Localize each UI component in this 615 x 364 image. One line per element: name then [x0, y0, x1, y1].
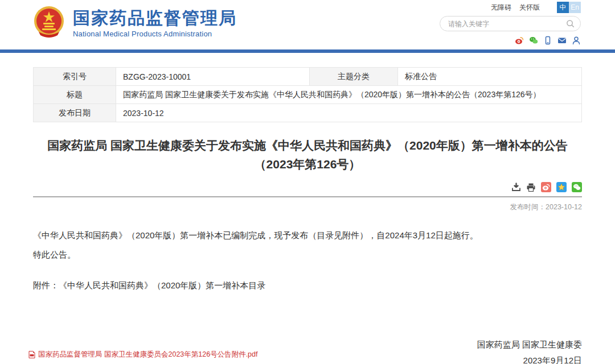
attachment-note: 附件：《中华人民共和国药典》（2020年版）第一增补本目录: [33, 278, 582, 293]
weibo-icon[interactable]: [515, 36, 524, 45]
site-subtitle: National Medical Products Administration: [73, 30, 237, 38]
pdf-icon: [28, 351, 35, 358]
document-info-table: 索引号 BZGG-2023-10001 主题分类 标准公告 标题 国家药监局 国…: [33, 67, 582, 122]
header-divider-bar: [0, 49, 615, 53]
topic-category-value: 标准公告: [398, 68, 582, 86]
search-input[interactable]: [448, 20, 566, 28]
table-row: 发布日期 2023-10-12: [34, 104, 582, 122]
article-title-line2: （2023年第126号）: [255, 158, 361, 171]
share-wechat-icon[interactable]: [572, 182, 582, 192]
share-weibo-icon[interactable]: [541, 182, 551, 192]
table-row: 索引号 BZGG-2023-10001 主题分类 标准公告: [34, 68, 582, 86]
download-icon[interactable]: [511, 183, 521, 192]
signature-org: 国家药监局 国家卫生健康委: [33, 340, 582, 350]
paragraph-closing: 特此公告。: [33, 247, 582, 263]
title-value: 国家药监局 国家卫生健康委关于发布实施《中华人民共和国药典》（2020年版）第一…: [116, 86, 582, 104]
site-title: 国家药品监督管理局: [73, 9, 237, 28]
attachment-pdf-link[interactable]: 国家药品监督管理局 国家卫生健康委员会2023年第126号公告附件.pdf: [38, 350, 258, 359]
search-box: [440, 16, 581, 31]
print-icon[interactable]: [526, 183, 536, 192]
site-logo[interactable]: 国家药品监督管理局 National Medical Products Admi…: [33, 6, 237, 41]
publish-date-value: 2023-10-12: [116, 104, 582, 122]
care-version-link[interactable]: 关怀版: [519, 3, 540, 13]
national-emblem-icon: [33, 6, 65, 41]
publish-date-label: 发布日期: [34, 104, 116, 122]
lang-zh-button[interactable]: 中: [557, 2, 569, 13]
attachment-row: 国家药品监督管理局 国家卫生健康委员会2023年第126号公告附件.pdf: [28, 350, 258, 359]
lang-en-button[interactable]: En: [569, 2, 581, 13]
article-toolbar: [33, 182, 582, 197]
share-qzone-icon[interactable]: [556, 182, 567, 192]
mobile-icon[interactable]: [543, 36, 552, 45]
site-header: 国家药品监督管理局 National Medical Products Admi…: [0, 0, 615, 49]
search-icon[interactable]: [566, 19, 575, 28]
mail-icon[interactable]: [557, 36, 567, 45]
index-number-value: BZGG-2023-10001: [116, 68, 310, 86]
title-label: 标题: [34, 86, 116, 104]
wechat-icon[interactable]: [529, 36, 538, 45]
user-icon[interactable]: [572, 36, 581, 45]
index-number-label: 索引号: [34, 68, 116, 86]
paragraph-main: 《中华人民共和国药典》（2020年版）第一增补本已编制完成，现予发布（目录见附件…: [33, 228, 582, 243]
article-title-line1: 国家药监局 国家卫生健康委关于发布实施《中华人民共和国药典》（2020年版）第一…: [47, 139, 568, 152]
table-row: 标题 国家药监局 国家卫生健康委关于发布实施《中华人民共和国药典》（2020年版…: [34, 86, 582, 104]
publish-time: 发布时间：2023-10-12: [33, 202, 582, 212]
article-title: 国家药监局 国家卫生健康委关于发布实施《中华人民共和国药典》（2020年版）第一…: [33, 136, 582, 173]
accessibility-link[interactable]: 无障碍: [491, 3, 511, 13]
topic-category-label: 主题分类: [310, 68, 398, 86]
article-body: 《中华人民共和国药典》（2020年版）第一增补本已编制完成，现予发布（目录见附件…: [33, 228, 582, 293]
